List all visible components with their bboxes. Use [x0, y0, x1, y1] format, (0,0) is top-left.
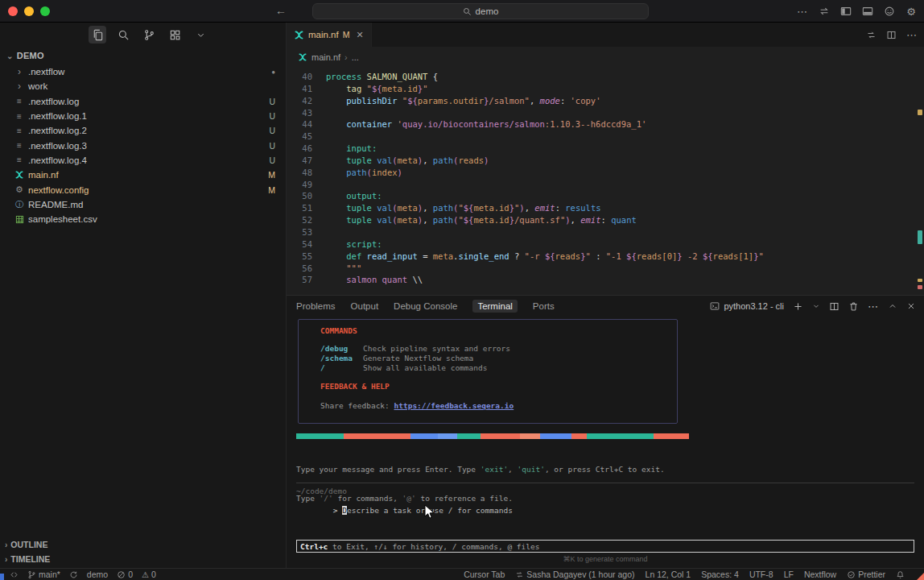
editor-group: main.nf M ✕ ⋯ main.nf › ... 40process SA… [287, 23, 924, 568]
code-line-55: 55 def read_input = meta.single_end ? "-… [287, 251, 924, 263]
add-icon[interactable] [793, 301, 803, 312]
file-row-work[interactable]: ›work [0, 79, 286, 93]
status-item-spaces-4[interactable]: Spaces: 4 [701, 570, 739, 579]
more-icon[interactable]: ⋯ [906, 27, 918, 42]
line-number: 54 [287, 238, 312, 251]
code-line-52: 52 tuple val(meta), path("${meta.id}/qua… [287, 214, 924, 226]
timeline-section[interactable]: › TIMELINE [0, 552, 286, 566]
close-icon[interactable] [906, 301, 916, 311]
panel-tab-ports[interactable]: Ports [533, 301, 555, 311]
chevron-right-icon: › [5, 541, 7, 549]
source-control-icon[interactable] [140, 26, 158, 44]
status-item-prettier[interactable]: Prettier [847, 570, 885, 579]
search-value: demo [476, 6, 499, 16]
panel-tabs: ProblemsOutputDebug ConsoleTerminalPorts [296, 296, 555, 317]
keybinding-text: to Exit, ↑/↓ for history, / commands, @ … [328, 542, 539, 551]
generate-command-hint: ⌘K to generate command [287, 555, 924, 563]
panel-tab-debug-console[interactable]: Debug Console [394, 301, 457, 311]
error-icon [117, 570, 126, 579]
activity-bar [0, 23, 286, 47]
close-tab-icon[interactable]: ✕ [356, 30, 363, 40]
file-row-main-nf[interactable]: main.nfM [0, 168, 286, 182]
blame-icon [515, 570, 524, 579]
status-item-cursor-tab[interactable]: Cursor Tab [464, 570, 505, 579]
layout-panel-icon[interactable] [861, 5, 874, 18]
tab-label: main.nf [308, 30, 339, 39]
file-row-samplesheet-csv[interactable]: samplesheet.csv [0, 212, 286, 226]
file-row--nextflow-log-3[interactable]: ≡.nextflow.log.3U [0, 138, 286, 152]
zoom-window-button[interactable] [40, 6, 50, 16]
terminal-instance[interactable]: python3.12 - cli [710, 301, 784, 311]
code-line-47: 47 tuple val(meta), path(reads) [287, 155, 924, 167]
file-row--nextflow[interactable]: ›.nextflow● [0, 64, 286, 79]
outline-section[interactable]: › OUTLINE [0, 537, 286, 552]
search-icon [463, 7, 472, 16]
cli-input[interactable]: > Describe a task or use / for commands [296, 497, 513, 524]
file-row--nextflow-log-4[interactable]: ≡.nextflow.log.4U [0, 153, 286, 168]
files-icon[interactable] [89, 26, 106, 44]
code-editor[interactable]: 40process SALMON_QUANT {41 tag "${meta.i… [287, 68, 924, 295]
status-item-bell[interactable] [896, 570, 905, 579]
git-status-badge: U [269, 141, 275, 151]
trash-icon[interactable] [848, 301, 859, 312]
corner-marker [0, 574, 4, 580]
prompt-separator [296, 483, 914, 483]
file-row--nextflow-log-2[interactable]: ≡.nextflow.log.2U [0, 123, 286, 138]
more-icon[interactable]: ⋯ [868, 300, 879, 313]
compare-icon[interactable] [866, 30, 877, 40]
status-item-utf-8[interactable]: UTF-8 [749, 570, 773, 579]
feedback-line: Share feedback: https://feedback.seqera.… [320, 401, 677, 411]
split-icon[interactable] [886, 30, 897, 40]
status-item-remote[interactable] [10, 570, 19, 579]
status-item-nextflow[interactable]: Nextflow [804, 570, 836, 579]
chevron-down-icon[interactable] [192, 26, 209, 44]
command-center-search[interactable]: demo [312, 3, 649, 19]
panel-tab-output[interactable]: Output [351, 301, 379, 311]
extensions-icon[interactable] [166, 26, 184, 44]
editor-tabbar: main.nf M ✕ ⋯ [287, 23, 924, 47]
file-row-readme-md[interactable]: ⓘREADME.md [0, 197, 286, 212]
status-item-0[interactable]: 0 [117, 570, 133, 579]
file-name: README.md [28, 200, 83, 209]
status-item-main[interactable]: main* [27, 570, 60, 579]
timeline-label: TIMELINE [10, 554, 50, 564]
status-item-sasha-dagayev-1-hour-ago[interactable]: Sasha Dagayev (1 hour ago) [515, 570, 634, 579]
split-icon[interactable] [829, 301, 839, 312]
settings-gear-icon[interactable]: ⚙ [905, 5, 918, 18]
prettier-icon [847, 570, 856, 579]
search-icon[interactable] [114, 26, 132, 44]
more-icon[interactable]: ⋯ [796, 5, 809, 18]
status-item-ln-12-col-1[interactable]: Ln 12, Col 1 [646, 570, 691, 579]
breadcrumb[interactable]: main.nf › ... [287, 47, 924, 68]
status-item-0[interactable]: ⚠0 [142, 570, 156, 579]
file-row--nextflow-log-1[interactable]: ≡.nextflow.log.1U [0, 109, 286, 123]
explorer-sidebar: ⌄ DEMO ›.nextflow●›work≡.nextflow.logU≡.… [0, 23, 287, 568]
panel-tab-terminal[interactable]: Terminal [472, 300, 517, 313]
status-right: Cursor TabSasha Dagayev (1 hour ago)Ln 1… [464, 570, 924, 579]
line-number: 48 [287, 167, 312, 179]
status-item-sync[interactable] [69, 570, 78, 579]
feedback-link[interactable]: https://feedback.seqera.io [394, 401, 514, 410]
code-line-46: 46 input: [287, 143, 924, 155]
explorer-section-header[interactable]: ⌄ DEMO [0, 47, 286, 64]
file-row-nextflow-config[interactable]: ⚙nextflow.configM [0, 182, 286, 197]
code-text: container 'quay.io/biocontainers/salmon:… [326, 118, 646, 130]
layout-sidebar-icon[interactable] [839, 5, 852, 18]
tab-main-nf[interactable]: main.nf M ✕ [287, 23, 372, 47]
close-window-button[interactable] [8, 6, 18, 16]
chevron-up-icon[interactable] [888, 301, 897, 311]
sync-arrows-icon[interactable] [818, 5, 831, 18]
file-name: samplesheet.csv [28, 214, 97, 224]
line-number: 57 [287, 274, 312, 286]
nextflow-icon [298, 52, 307, 62]
copilot-icon[interactable] [883, 5, 896, 18]
status-item-demo[interactable]: demo [87, 570, 108, 579]
panel-tab-problems[interactable]: Problems [296, 301, 336, 311]
back-icon[interactable]: ← [275, 4, 287, 17]
chevron-down-small-icon[interactable] [812, 302, 820, 310]
mouse-cursor [424, 504, 435, 520]
file-row--nextflow-log[interactable]: ≡.nextflow.logU [0, 94, 286, 109]
command-description: Check pipeline syntax and errors [363, 344, 510, 354]
status-item-lf[interactable]: LF [784, 570, 794, 579]
minimize-window-button[interactable] [24, 6, 34, 16]
